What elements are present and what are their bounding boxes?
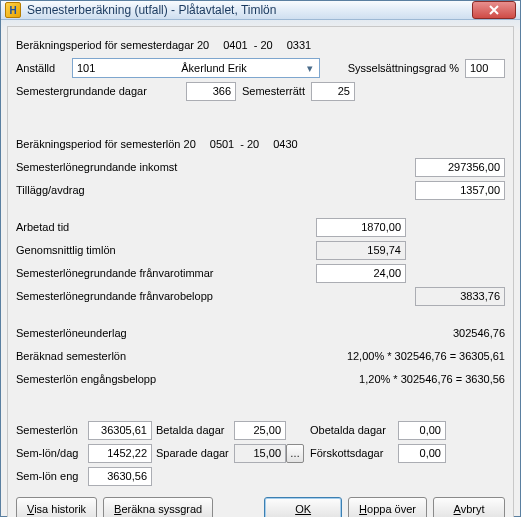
underlag-label: Semesterlöneunderlag: [16, 327, 325, 339]
app-icon: H: [5, 2, 21, 18]
period-lon-sep: - 20: [240, 138, 259, 150]
franvarotimmar-input[interactable]: [316, 264, 406, 283]
close-icon: [489, 5, 499, 15]
sem-ratt-input[interactable]: [311, 82, 355, 101]
hoppa-over-button[interactable]: Hoppa över: [348, 497, 427, 517]
window-title: Semesterberäkning (utfall) - Plåtavtalet…: [27, 3, 472, 17]
forskott-label: Förskottsdagar: [310, 447, 398, 459]
syssel-label: Sysselsättningsgrad %: [348, 62, 459, 74]
ok-button[interactable]: OK: [264, 497, 342, 517]
visa-historik-button[interactable]: Visa historik: [16, 497, 97, 517]
sparade-label: Sparade dagar: [156, 447, 234, 459]
avbryt-button[interactable]: Avbryt: [433, 497, 505, 517]
period-days-label: Beräkningsperiod för semesterdagar 20: [16, 39, 209, 51]
inkomst-input[interactable]: [415, 158, 505, 177]
period-lon-from: 0501: [210, 138, 234, 150]
syssel-input[interactable]: [465, 59, 505, 78]
arbetad-label: Arbetad tid: [16, 221, 316, 233]
franvarobelopp-label: Semesterlönegrundande frånvarobelopp: [16, 290, 415, 302]
engang-label: Semesterlön engångsbelopp: [16, 373, 285, 385]
sem-lon-eng-input[interactable]: [88, 467, 152, 486]
sparade-browse-button[interactable]: …: [286, 444, 304, 463]
period-days-from: 0401: [223, 39, 247, 51]
timlon-label: Genomsnittlig timlön: [16, 244, 316, 256]
period-lon-label: Beräkningsperiod för semesterlön 20: [16, 138, 196, 150]
sem-ratt-label: Semesterrätt: [242, 85, 305, 97]
period-lon-to: 0430: [273, 138, 297, 150]
sparade-input: [234, 444, 286, 463]
employee-id: 101: [77, 62, 113, 74]
timlon-input: [316, 241, 406, 260]
semesterlon-label: Semesterlön: [16, 424, 88, 436]
sem-dagar-label: Semestergrundande dagar: [16, 85, 186, 97]
berakna-syssgrad-button[interactable]: Beräkna syssgrad: [103, 497, 213, 517]
tillagg-input[interactable]: [415, 181, 505, 200]
beraknad-label: Beräknad semesterlön: [16, 350, 285, 362]
forskott-input[interactable]: [398, 444, 446, 463]
employee-name: Åkerlund Erik: [113, 62, 315, 74]
employee-combo[interactable]: 101 Åkerlund Erik ▾: [72, 58, 320, 78]
titlebar: H Semesterberäkning (utfall) - Plåtavtal…: [1, 1, 520, 20]
engang-value: 1,20% * 302546,76 = 3630,56: [285, 373, 505, 385]
beraknad-value: 12,00% * 302546,76 = 36305,61: [285, 350, 505, 362]
franvarotimmar-label: Semesterlönegrundande frånvarotimmar: [16, 267, 316, 279]
arbetad-input[interactable]: [316, 218, 406, 237]
inkomst-label: Semesterlönegrundande inkomst: [16, 161, 415, 173]
chevron-down-icon: ▾: [302, 61, 317, 75]
franvarobelopp-input: [415, 287, 505, 306]
period-days-sep: - 20: [254, 39, 273, 51]
semesterlon-input[interactable]: [88, 421, 152, 440]
period-days-to: 0331: [287, 39, 311, 51]
sem-lon-dag-input[interactable]: [88, 444, 152, 463]
betalda-label: Betalda dagar: [156, 424, 234, 436]
close-button[interactable]: [472, 1, 516, 19]
sem-dagar-input[interactable]: [186, 82, 236, 101]
betalda-input[interactable]: [234, 421, 286, 440]
obetalda-input[interactable]: [398, 421, 446, 440]
sem-lon-dag-label: Sem-lön/dag: [16, 447, 88, 459]
employee-label: Anställd: [16, 62, 72, 74]
sem-lon-eng-label: Sem-lön eng: [16, 470, 88, 482]
tillagg-label: Tillägg/avdrag: [16, 184, 415, 196]
underlag-value: 302546,76: [325, 327, 505, 339]
obetalda-label: Obetalda dagar: [310, 424, 398, 436]
